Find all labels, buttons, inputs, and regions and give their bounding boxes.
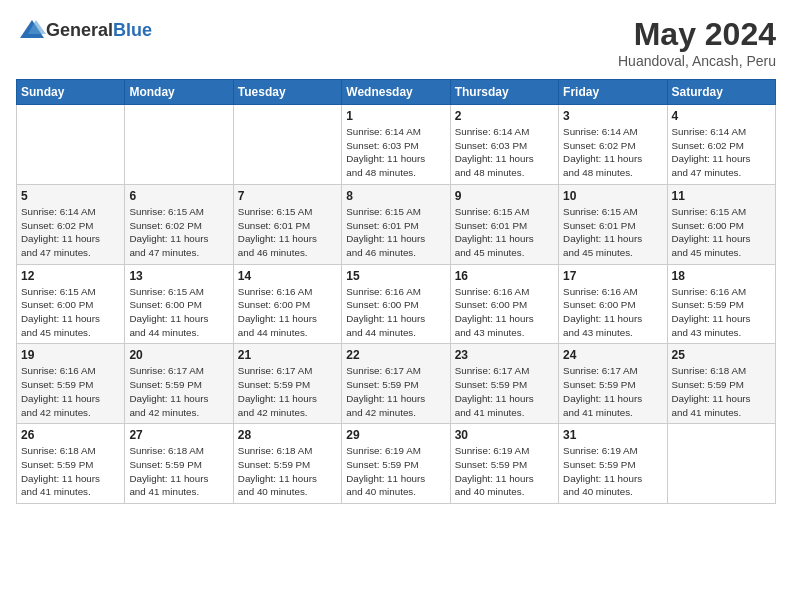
- day-number: 21: [238, 348, 337, 362]
- day-info: Sunrise: 6:16 AMSunset: 6:00 PMDaylight:…: [455, 285, 554, 340]
- day-number: 2: [455, 109, 554, 123]
- weekday-header: Tuesday: [233, 80, 341, 105]
- logo-general: General: [46, 20, 113, 40]
- calendar-day-cell: 12Sunrise: 6:15 AMSunset: 6:00 PMDayligh…: [17, 264, 125, 344]
- day-info: Sunrise: 6:15 AMSunset: 6:01 PMDaylight:…: [346, 205, 445, 260]
- day-info: Sunrise: 6:18 AMSunset: 5:59 PMDaylight:…: [672, 364, 771, 419]
- title-block: May 2024 Huandoval, Ancash, Peru: [618, 16, 776, 69]
- weekday-header: Thursday: [450, 80, 558, 105]
- location-title: Huandoval, Ancash, Peru: [618, 53, 776, 69]
- day-info: Sunrise: 6:15 AMSunset: 6:01 PMDaylight:…: [238, 205, 337, 260]
- day-number: 8: [346, 189, 445, 203]
- weekday-header: Wednesday: [342, 80, 450, 105]
- day-number: 17: [563, 269, 662, 283]
- day-number: 25: [672, 348, 771, 362]
- calendar-day-cell: 6Sunrise: 6:15 AMSunset: 6:02 PMDaylight…: [125, 184, 233, 264]
- day-number: 13: [129, 269, 228, 283]
- calendar-day-cell: 14Sunrise: 6:16 AMSunset: 6:00 PMDayligh…: [233, 264, 341, 344]
- logo-blue: Blue: [113, 20, 152, 40]
- day-info: Sunrise: 6:17 AMSunset: 5:59 PMDaylight:…: [129, 364, 228, 419]
- day-info: Sunrise: 6:14 AMSunset: 6:02 PMDaylight:…: [21, 205, 120, 260]
- day-info: Sunrise: 6:17 AMSunset: 5:59 PMDaylight:…: [563, 364, 662, 419]
- day-info: Sunrise: 6:17 AMSunset: 5:59 PMDaylight:…: [455, 364, 554, 419]
- month-title: May 2024: [618, 16, 776, 53]
- calendar-day-cell: 29Sunrise: 6:19 AMSunset: 5:59 PMDayligh…: [342, 424, 450, 504]
- calendar-day-cell: 24Sunrise: 6:17 AMSunset: 5:59 PMDayligh…: [559, 344, 667, 424]
- day-number: 7: [238, 189, 337, 203]
- day-info: Sunrise: 6:18 AMSunset: 5:59 PMDaylight:…: [129, 444, 228, 499]
- day-info: Sunrise: 6:15 AMSunset: 6:01 PMDaylight:…: [563, 205, 662, 260]
- day-number: 12: [21, 269, 120, 283]
- calendar-day-cell: [125, 105, 233, 185]
- weekday-header: Friday: [559, 80, 667, 105]
- calendar-day-cell: 8Sunrise: 6:15 AMSunset: 6:01 PMDaylight…: [342, 184, 450, 264]
- calendar-day-cell: 16Sunrise: 6:16 AMSunset: 6:00 PMDayligh…: [450, 264, 558, 344]
- day-number: 31: [563, 428, 662, 442]
- page-header: GeneralBlue May 2024 Huandoval, Ancash, …: [16, 16, 776, 69]
- day-number: 23: [455, 348, 554, 362]
- day-info: Sunrise: 6:15 AMSunset: 6:00 PMDaylight:…: [129, 285, 228, 340]
- logo-icon: [18, 16, 46, 44]
- calendar-day-cell: 20Sunrise: 6:17 AMSunset: 5:59 PMDayligh…: [125, 344, 233, 424]
- day-info: Sunrise: 6:14 AMSunset: 6:03 PMDaylight:…: [346, 125, 445, 180]
- calendar-day-cell: 10Sunrise: 6:15 AMSunset: 6:01 PMDayligh…: [559, 184, 667, 264]
- weekday-header: Sunday: [17, 80, 125, 105]
- calendar-day-cell: 1Sunrise: 6:14 AMSunset: 6:03 PMDaylight…: [342, 105, 450, 185]
- day-info: Sunrise: 6:16 AMSunset: 6:00 PMDaylight:…: [346, 285, 445, 340]
- day-info: Sunrise: 6:14 AMSunset: 6:02 PMDaylight:…: [672, 125, 771, 180]
- day-info: Sunrise: 6:15 AMSunset: 6:01 PMDaylight:…: [455, 205, 554, 260]
- day-info: Sunrise: 6:19 AMSunset: 5:59 PMDaylight:…: [563, 444, 662, 499]
- day-info: Sunrise: 6:18 AMSunset: 5:59 PMDaylight:…: [238, 444, 337, 499]
- logo: GeneralBlue: [16, 16, 152, 44]
- calendar-week-row: 5Sunrise: 6:14 AMSunset: 6:02 PMDaylight…: [17, 184, 776, 264]
- day-number: 4: [672, 109, 771, 123]
- weekday-header-row: SundayMondayTuesdayWednesdayThursdayFrid…: [17, 80, 776, 105]
- day-info: Sunrise: 6:17 AMSunset: 5:59 PMDaylight:…: [346, 364, 445, 419]
- calendar-week-row: 26Sunrise: 6:18 AMSunset: 5:59 PMDayligh…: [17, 424, 776, 504]
- day-number: 1: [346, 109, 445, 123]
- day-info: Sunrise: 6:19 AMSunset: 5:59 PMDaylight:…: [455, 444, 554, 499]
- day-number: 29: [346, 428, 445, 442]
- calendar-day-cell: 18Sunrise: 6:16 AMSunset: 5:59 PMDayligh…: [667, 264, 775, 344]
- calendar-day-cell: 22Sunrise: 6:17 AMSunset: 5:59 PMDayligh…: [342, 344, 450, 424]
- day-number: 9: [455, 189, 554, 203]
- day-info: Sunrise: 6:15 AMSunset: 6:00 PMDaylight:…: [21, 285, 120, 340]
- day-info: Sunrise: 6:14 AMSunset: 6:03 PMDaylight:…: [455, 125, 554, 180]
- day-number: 10: [563, 189, 662, 203]
- day-number: 3: [563, 109, 662, 123]
- calendar-day-cell: 13Sunrise: 6:15 AMSunset: 6:00 PMDayligh…: [125, 264, 233, 344]
- calendar-day-cell: 25Sunrise: 6:18 AMSunset: 5:59 PMDayligh…: [667, 344, 775, 424]
- calendar-day-cell: 15Sunrise: 6:16 AMSunset: 6:00 PMDayligh…: [342, 264, 450, 344]
- day-info: Sunrise: 6:19 AMSunset: 5:59 PMDaylight:…: [346, 444, 445, 499]
- day-number: 22: [346, 348, 445, 362]
- day-number: 24: [563, 348, 662, 362]
- calendar-day-cell: 26Sunrise: 6:18 AMSunset: 5:59 PMDayligh…: [17, 424, 125, 504]
- day-info: Sunrise: 6:16 AMSunset: 6:00 PMDaylight:…: [238, 285, 337, 340]
- day-number: 14: [238, 269, 337, 283]
- day-info: Sunrise: 6:17 AMSunset: 5:59 PMDaylight:…: [238, 364, 337, 419]
- calendar-day-cell: 4Sunrise: 6:14 AMSunset: 6:02 PMDaylight…: [667, 105, 775, 185]
- calendar-day-cell: 23Sunrise: 6:17 AMSunset: 5:59 PMDayligh…: [450, 344, 558, 424]
- calendar-day-cell: 3Sunrise: 6:14 AMSunset: 6:02 PMDaylight…: [559, 105, 667, 185]
- day-info: Sunrise: 6:14 AMSunset: 6:02 PMDaylight:…: [563, 125, 662, 180]
- day-number: 19: [21, 348, 120, 362]
- calendar-day-cell: 19Sunrise: 6:16 AMSunset: 5:59 PMDayligh…: [17, 344, 125, 424]
- day-info: Sunrise: 6:18 AMSunset: 5:59 PMDaylight:…: [21, 444, 120, 499]
- day-number: 28: [238, 428, 337, 442]
- calendar-day-cell: 9Sunrise: 6:15 AMSunset: 6:01 PMDaylight…: [450, 184, 558, 264]
- calendar-week-row: 1Sunrise: 6:14 AMSunset: 6:03 PMDaylight…: [17, 105, 776, 185]
- calendar-day-cell: 2Sunrise: 6:14 AMSunset: 6:03 PMDaylight…: [450, 105, 558, 185]
- day-number: 6: [129, 189, 228, 203]
- day-info: Sunrise: 6:16 AMSunset: 5:59 PMDaylight:…: [21, 364, 120, 419]
- calendar-day-cell: 27Sunrise: 6:18 AMSunset: 5:59 PMDayligh…: [125, 424, 233, 504]
- calendar-day-cell: 5Sunrise: 6:14 AMSunset: 6:02 PMDaylight…: [17, 184, 125, 264]
- calendar-week-row: 12Sunrise: 6:15 AMSunset: 6:00 PMDayligh…: [17, 264, 776, 344]
- day-info: Sunrise: 6:15 AMSunset: 6:02 PMDaylight:…: [129, 205, 228, 260]
- calendar-day-cell: [667, 424, 775, 504]
- calendar-week-row: 19Sunrise: 6:16 AMSunset: 5:59 PMDayligh…: [17, 344, 776, 424]
- day-number: 16: [455, 269, 554, 283]
- weekday-header: Saturday: [667, 80, 775, 105]
- weekday-header: Monday: [125, 80, 233, 105]
- calendar-day-cell: 28Sunrise: 6:18 AMSunset: 5:59 PMDayligh…: [233, 424, 341, 504]
- day-number: 30: [455, 428, 554, 442]
